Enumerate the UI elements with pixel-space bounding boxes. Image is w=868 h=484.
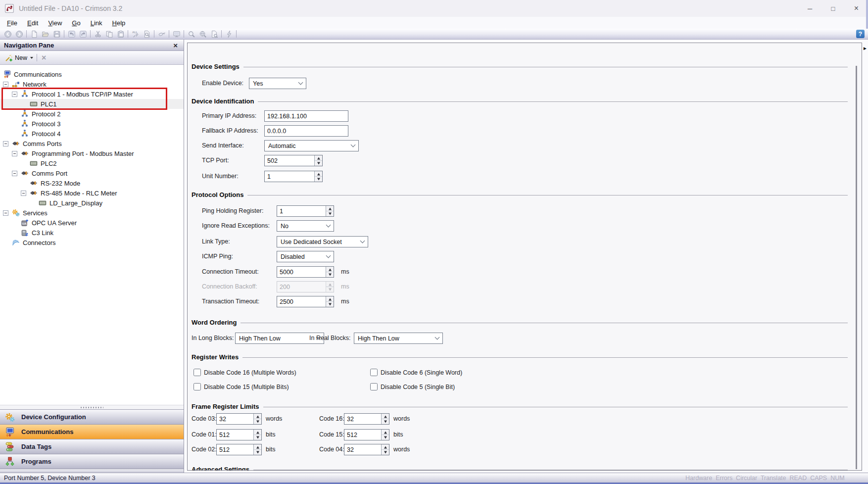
- spin-down-button[interactable]: [315, 161, 322, 166]
- expander-icon[interactable]: [3, 82, 8, 87]
- cut-button[interactable]: [92, 29, 103, 39]
- menu-go[interactable]: Go: [67, 18, 85, 28]
- expander-icon[interactable]: [21, 191, 26, 196]
- icmp-ping-select[interactable]: Disabled: [277, 251, 334, 262]
- disable-code-5-checkbox[interactable]: [370, 383, 378, 390]
- close-button[interactable]: ×: [845, 0, 868, 17]
- global-search-button[interactable]: [197, 29, 208, 39]
- spin-up-button[interactable]: [254, 414, 261, 419]
- tree-item-rs232-mode[interactable]: RS-232 Mode: [0, 178, 184, 188]
- save-button[interactable]: [51, 29, 62, 39]
- spin-down-button[interactable]: [382, 419, 389, 424]
- primary-ip-input[interactable]: [264, 110, 348, 122]
- spin-up-button[interactable]: [326, 296, 334, 302]
- tree-item-programming-port[interactable]: Programming Port - Modbus Master: [0, 148, 184, 158]
- spin-up-button[interactable]: [382, 444, 389, 450]
- tree-item-c3-link[interactable]: C3 Link: [0, 228, 184, 238]
- expander-icon[interactable]: [12, 171, 17, 176]
- vertical-scrollbar[interactable]: [856, 66, 857, 469]
- expander-icon[interactable]: [3, 210, 8, 216]
- copy-button[interactable]: [103, 29, 115, 39]
- code-02-spinner[interactable]: [216, 444, 262, 455]
- ignore-read-exceptions-select[interactable]: No: [277, 220, 334, 232]
- tree-item-comms-port[interactable]: Comms Port: [0, 168, 184, 178]
- tree-item-ld-large-display[interactable]: LD_Large_Display: [0, 198, 184, 208]
- dropdown-caret-icon[interactable]: [30, 57, 33, 59]
- fallback-ip-input[interactable]: [264, 125, 348, 137]
- help-button[interactable]: ?: [856, 30, 865, 38]
- find-button[interactable]: [141, 29, 152, 39]
- spin-down-button[interactable]: [326, 302, 334, 307]
- code-16-input[interactable]: [344, 414, 381, 424]
- tree-item-protocol-3[interactable]: Protocol 3: [0, 119, 184, 129]
- spin-down-button[interactable]: [326, 211, 334, 216]
- redo-button[interactable]: [77, 29, 89, 39]
- spin-down-button[interactable]: [254, 450, 261, 455]
- spin-down-button[interactable]: [254, 435, 261, 440]
- unit-number-spinner[interactable]: [264, 171, 323, 182]
- tcp-port-input[interactable]: [265, 155, 314, 166]
- spin-up-button[interactable]: [382, 414, 389, 419]
- back-button[interactable]: [2, 29, 13, 39]
- search-button[interactable]: [186, 29, 197, 39]
- nav-button-device-configuration[interactable]: Device Configuration: [0, 409, 184, 424]
- link-button[interactable]: [156, 29, 167, 39]
- code-04-input[interactable]: [344, 444, 381, 455]
- spin-up-button[interactable]: [254, 430, 261, 435]
- unit-number-input[interactable]: [265, 171, 314, 182]
- pane-splitter[interactable]: [0, 405, 184, 409]
- ping-holding-register-input[interactable]: [277, 206, 326, 216]
- tcp-port-spinner[interactable]: [264, 155, 323, 166]
- tree-item-connectors[interactable]: Connectors: [0, 238, 184, 247]
- expander-icon[interactable]: [12, 151, 17, 156]
- link-type-select[interactable]: Use Dedicated Socket: [277, 236, 368, 247]
- tree-item-services[interactable]: Services: [0, 208, 184, 218]
- nav-button-data-tags[interactable]: Data Tags: [0, 439, 184, 454]
- tree-item-opc-ua-server[interactable]: OPC UA Server: [0, 218, 184, 228]
- undo-button[interactable]: [66, 29, 77, 39]
- code-01-input[interactable]: [217, 430, 253, 440]
- connection-timeout-input[interactable]: [277, 267, 326, 277]
- display-button[interactable]: [171, 29, 182, 39]
- tree-item-protocol-2[interactable]: Protocol 2: [0, 109, 184, 119]
- spin-up-button[interactable]: [315, 171, 322, 177]
- code-15-input[interactable]: [344, 430, 381, 440]
- delete-button[interactable]: ×: [39, 54, 49, 62]
- new-file-button[interactable]: [28, 29, 40, 39]
- code-03-input[interactable]: [217, 414, 253, 424]
- spin-up-button[interactable]: [315, 155, 322, 161]
- disable-code-15-checkbox[interactable]: [193, 383, 201, 390]
- send-interface-select[interactable]: Automatic: [264, 140, 359, 151]
- paste-button[interactable]: [115, 29, 126, 39]
- spin-up-button[interactable]: [326, 267, 334, 272]
- code-15-spinner[interactable]: [344, 429, 389, 440]
- transaction-timeout-spinner[interactable]: [277, 296, 334, 307]
- code-16-spinner[interactable]: [344, 413, 389, 425]
- tree-item-network[interactable]: Network: [0, 79, 184, 89]
- open-button[interactable]: [40, 29, 51, 39]
- tree-item-plc2[interactable]: PLC2: [0, 158, 184, 168]
- menu-help[interactable]: Help: [107, 18, 131, 28]
- enable-device-select[interactable]: Yes: [249, 78, 306, 89]
- tree-item-protocol-4[interactable]: Protocol 4: [0, 129, 184, 139]
- menu-edit[interactable]: Edit: [22, 18, 43, 28]
- transaction-timeout-input[interactable]: [277, 296, 326, 307]
- disable-code-16-checkbox[interactable]: [193, 369, 201, 376]
- close-pane-icon[interactable]: ×: [171, 42, 180, 49]
- spin-up-button[interactable]: [382, 430, 389, 435]
- minimize-button[interactable]: ─: [798, 0, 821, 17]
- spin-down-button[interactable]: [315, 177, 322, 182]
- tree-item-communications[interactable]: Communications: [0, 69, 184, 79]
- spin-down-button[interactable]: [382, 450, 389, 455]
- spin-down-button[interactable]: [326, 272, 334, 277]
- forward-button[interactable]: [13, 29, 25, 39]
- spin-up-button[interactable]: [254, 444, 261, 450]
- spin-up-button[interactable]: [326, 206, 334, 211]
- menu-file[interactable]: File: [2, 18, 22, 28]
- new-button[interactable]: New: [3, 53, 35, 63]
- nav-button-communications[interactable]: Communications: [0, 424, 184, 439]
- expander-icon[interactable]: [3, 141, 8, 146]
- tree-item-plc1[interactable]: PLC1: [0, 99, 184, 109]
- spin-down-button[interactable]: [254, 419, 261, 424]
- menu-link[interactable]: Link: [86, 18, 107, 28]
